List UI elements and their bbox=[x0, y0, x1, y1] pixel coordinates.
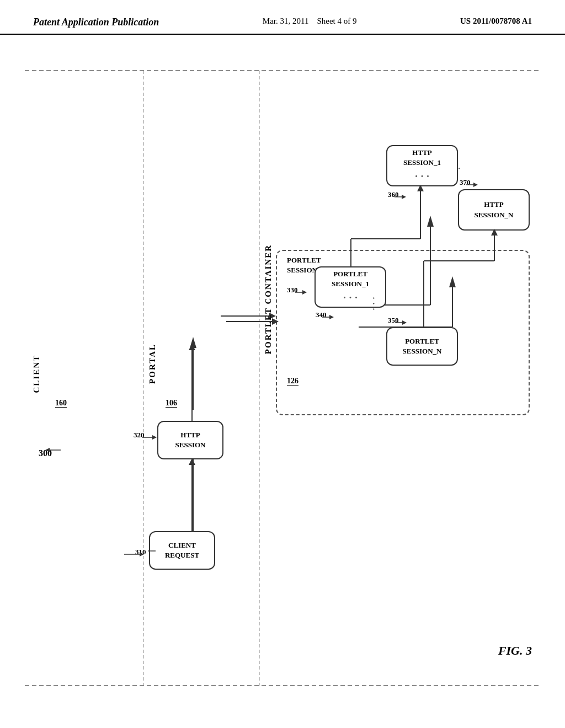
ref360-arrow bbox=[395, 193, 411, 201]
portlet-container-label: PORTLET CONTAINER bbox=[264, 244, 273, 354]
svg-marker-31 bbox=[402, 195, 406, 199]
http-session-portal-line2: SESSION bbox=[175, 440, 206, 450]
http-session-portal-line1: HTTP bbox=[180, 430, 200, 440]
fig-label: FIG. 3 bbox=[498, 644, 532, 658]
portlet-session1-line1: PORTLET bbox=[333, 269, 367, 279]
svg-marker-17 bbox=[45, 448, 50, 452]
sheet-info: Mar. 31, 2011 Sheet 4 of 9 bbox=[263, 17, 357, 26]
portal-label: PORTAL bbox=[148, 344, 157, 384]
ref370-arrow bbox=[466, 181, 483, 189]
portlet-session1-line2: SESSION_1 bbox=[332, 279, 369, 289]
svg-marker-10 bbox=[427, 216, 434, 227]
sheet: Sheet 4 of 9 bbox=[317, 17, 356, 25]
http-session1-box: HTTP SESSION_1 ··· bbox=[386, 145, 458, 186]
portlet-sessionn-line2: SESSION_N bbox=[403, 346, 442, 356]
http-session-portal-box: HTTP SESSION bbox=[157, 421, 223, 459]
http-session1-line1: HTTP bbox=[412, 148, 431, 158]
http-sessionn-line1: HTTP bbox=[484, 200, 503, 210]
portlet-dots: · · · bbox=[367, 297, 380, 311]
portlet-sessionn-box: PORTLET SESSION_N bbox=[386, 327, 458, 366]
svg-marker-37 bbox=[189, 344, 195, 350]
http-sessionn-box: HTTP SESSION_N bbox=[458, 189, 530, 231]
portlet-session1-dots: ··· bbox=[343, 291, 358, 305]
svg-marker-27 bbox=[329, 315, 334, 319]
diagram-area: CLIENT 160 PORTAL 106 PORTLET CONTAINER … bbox=[0, 35, 565, 719]
ref320-arrow bbox=[142, 433, 162, 442]
http-session1-dots: ··· bbox=[415, 170, 429, 184]
client-label: CLIENT bbox=[32, 355, 41, 393]
portlet-sessionn-line1: PORTLET bbox=[405, 336, 439, 346]
http-dots: · bbox=[452, 167, 465, 170]
publication-title: Patent Application Publication bbox=[33, 17, 159, 28]
main-ref-arrow bbox=[44, 446, 66, 457]
svg-marker-21 bbox=[140, 552, 144, 556]
client-request-line2: REQUEST bbox=[165, 550, 199, 560]
date: Mar. 31, 2011 bbox=[263, 17, 309, 25]
page-header: Patent Application Publication Mar. 31, … bbox=[0, 0, 565, 35]
ref340-arrow bbox=[322, 313, 339, 322]
portal-num: 106 bbox=[166, 399, 177, 408]
ref310-arrow bbox=[124, 550, 152, 559]
client-num: 160 bbox=[55, 399, 67, 408]
svg-marker-7 bbox=[190, 337, 196, 348]
svg-marker-29 bbox=[402, 320, 407, 325]
client-request-box: CLIENT REQUEST bbox=[149, 531, 215, 570]
ref330-arrow bbox=[295, 288, 312, 297]
client-request-line1: CLIENT bbox=[168, 540, 196, 550]
http-sessionn-line2: SESSION_N bbox=[475, 210, 514, 220]
http-session1-line2: SESSION_1 bbox=[403, 158, 441, 168]
svg-marker-25 bbox=[302, 290, 307, 295]
patent-number: US 2011/0078708 A1 bbox=[460, 17, 532, 26]
ref350-arrow bbox=[395, 319, 412, 327]
svg-marker-33 bbox=[473, 183, 478, 187]
svg-marker-23 bbox=[152, 435, 157, 440]
